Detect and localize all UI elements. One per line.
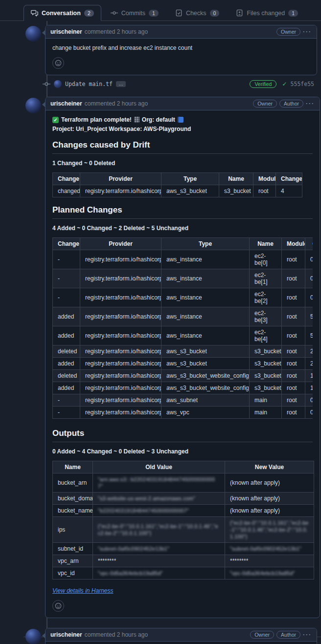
redacted-value: "s3-website-us-west-2.amazonaws.com"	[98, 495, 195, 501]
comment-author[interactable]: urischeiner	[50, 631, 82, 638]
comment-1: urischeiner commented 2 hours ago Owner …	[25, 25, 317, 75]
pr-conversation-page: Conversation 2 Commits 1 Checks 0	[0, 0, 321, 644]
outputs-title: Outputs	[52, 429, 313, 442]
comment-body-text: change bucket prefix and increase ec2 in…	[52, 44, 310, 51]
redacted-value: "vpc-0d5a364ebcb19a85d"	[230, 570, 295, 576]
tab-conversation[interactable]: Conversation 2	[23, 5, 101, 21]
verified-badge[interactable]: Verified	[250, 80, 276, 88]
table-row: -registry.terraform.io/hashicorp/awsaws_…	[53, 269, 313, 288]
owner-badge: Owner	[276, 28, 300, 36]
kebab-menu-icon[interactable]: ···	[303, 28, 312, 35]
smiley-icon	[55, 602, 62, 609]
redacted-value: "arn:aws:s3:::b2202403191848447450000000…	[98, 476, 215, 489]
comment-author[interactable]: urischeiner	[50, 28, 82, 35]
table-row: -registry.terraform.io/hashicorp/awsaws_…	[53, 407, 313, 419]
tab-commits-label: Commits	[121, 10, 145, 17]
table-header-row: Name Old Value New Value	[53, 461, 314, 473]
owner-badge: Owner	[253, 100, 277, 107]
table-row: ips{"ec2-be-0":"10.0.1.161","ec2-be-1":"…	[53, 517, 314, 543]
redacted-value: "vpc-0d5a364ebcb19a85d"	[98, 570, 163, 576]
planned-changes-table: ChangeProvider TypeName ModuleChanges -r…	[52, 237, 313, 419]
redacted-value: {"ec2-be-0":"10.0.1.161","ec2-be-1":"10.…	[98, 523, 218, 536]
planned-changes-table-clip: ChangeProvider TypeName ModuleChanges -r…	[52, 237, 313, 421]
table-row: deletedregistry.terraform.io/hashicorp/a…	[53, 370, 313, 382]
commits-icon	[111, 9, 118, 17]
commit-row: Update main.tf … Verified ✓ 555fe55	[46, 80, 317, 88]
pr-tab-bar: Conversation 2 Commits 1 Checks 0	[0, 5, 321, 21]
avatar[interactable]	[25, 98, 41, 113]
planned-changes-counts: 4 Added ~ 0 Changed ~ 2 Deleted ~ 5 Unch…	[52, 225, 313, 232]
add-reaction-button[interactable]	[52, 600, 64, 612]
comment-timestamp: commented 2 hours ago	[85, 100, 148, 107]
avatar[interactable]	[25, 26, 41, 42]
tab-commits[interactable]: Commits 1	[103, 5, 166, 21]
tab-checks[interactable]: Checks 0	[168, 5, 227, 21]
tab-conversation-count: 2	[84, 10, 94, 17]
table-header-row: ChangeProvider TypeName ModuleChanges	[53, 238, 313, 250]
check-icon: ✓	[282, 81, 287, 87]
comment-2-header: urischeiner commented 2 hours ago Owner …	[46, 97, 320, 110]
drift-section-title: Changes caused by Drift	[52, 140, 313, 154]
commit-sha[interactable]: 555fe55	[291, 81, 314, 87]
comment-author[interactable]: urischeiner	[50, 100, 82, 107]
drift-table: ChangeProvider TypeName ModuleChanges ch…	[52, 172, 302, 197]
check-mark-emoji-icon: ✓	[52, 117, 59, 123]
tab-files-changed[interactable]: Files changed 1	[229, 5, 305, 21]
comment-timestamp: commented 2 hours ago	[85, 28, 148, 35]
table-row: subnet_id"subnet-0af0c0902452e13b1""subn…	[53, 543, 314, 555]
plan-summary-line: ✓ Terraform plan complete! Org: default …	[52, 116, 313, 132]
pr-timeline: urischeiner commented 2 hours ago Owner …	[0, 21, 321, 644]
checks-icon	[175, 9, 183, 17]
conversation-icon	[31, 9, 38, 17]
org-text: Org: default	[142, 116, 175, 123]
table-row: -registry.terraform.io/hashicorp/awsaws_…	[53, 288, 313, 307]
kebab-menu-icon[interactable]: ···	[303, 631, 312, 638]
tab-conversation-label: Conversation	[42, 10, 81, 17]
table-row: -registry.terraform.io/hashicorp/awsaws_…	[53, 250, 313, 269]
avatar[interactable]	[54, 80, 62, 88]
tab-files-changed-count: 1	[288, 10, 298, 17]
kebab-menu-icon[interactable]: ···	[306, 100, 315, 107]
view-details-link[interactable]: View details in Harness	[52, 587, 114, 594]
office-building-emoji-icon	[134, 117, 139, 123]
author-badge: Author	[276, 631, 300, 639]
drift-counts: 1 Changed ~ 0 Deleted	[52, 160, 313, 167]
comment-timestamp: commented 2 hours ago	[85, 631, 148, 638]
book-emoji-icon	[178, 117, 183, 123]
smiley-icon	[55, 60, 62, 66]
table-row: vpc_arn****************	[53, 555, 314, 567]
table-row: vpc_id"vpc-0d5a364ebcb19a85d""vpc-0d5a36…	[53, 567, 314, 580]
table-row: addedregistry.terraform.io/hashicorp/aws…	[53, 326, 313, 345]
plan-complete-text: Terraform plan complete!	[61, 116, 132, 123]
table-row: -registry.terraform.io/hashicorp/awsaws_…	[53, 394, 313, 407]
comment-2: urischeiner commented 2 hours ago Owner …	[25, 97, 317, 618]
table-row: bucket_domain"s3-website-us-west-2.amazo…	[53, 493, 314, 505]
tab-files-changed-label: Files changed	[247, 10, 285, 17]
outputs-counts: 0 Added ~ 4 Changed ~ 0 Deleted ~ 3 Unch…	[52, 448, 313, 455]
git-commit-icon	[43, 80, 50, 88]
comment-3-header: urischeiner commented 2 hours ago Owner …	[46, 628, 317, 642]
tab-commits-count: 1	[149, 10, 159, 17]
redacted-value: "b2202403191848447450000000007"	[98, 508, 189, 514]
commit-message[interactable]: Update main.tf	[65, 81, 113, 87]
tab-checks-label: Checks	[186, 10, 206, 17]
table-row: deletedregistry.terraform.io/hashicorp/a…	[53, 345, 313, 358]
add-reaction-button[interactable]	[52, 57, 64, 69]
comment-3: urischeiner commented 2 hours ago Owner …	[25, 628, 317, 644]
table-row: addedregistry.terraform.io/hashicorp/aws…	[53, 358, 313, 370]
avatar[interactable]	[25, 629, 41, 644]
table-row: bucket_name"b220240319184844745000000000…	[53, 505, 314, 517]
planned-changes-title: Planned Changes	[52, 205, 313, 219]
table-row: addedregistry.terraform.io/hashicorp/aws…	[53, 307, 313, 326]
table-row: changedregistry.terraform.io/hashicorp/a…	[53, 185, 302, 197]
owner-badge: Owner	[250, 631, 274, 639]
commit-expand-icon[interactable]: …	[116, 81, 126, 87]
redacted-value: {"ec2-be-0":"10.0.1.161","ec2-be-1":"10.…	[230, 520, 309, 539]
project-text: Project: Uri_Project Workspace: AWS-Play…	[52, 126, 191, 132]
file-diff-icon	[236, 9, 243, 17]
table-header-row: ChangeProvider TypeName ModuleChanges	[53, 173, 302, 185]
table-row: addedregistry.terraform.io/hashicorp/aws…	[53, 382, 313, 394]
redacted-value: "subnet-0af0c0902452e13b1"	[230, 546, 301, 552]
comment-1-header: urischeiner commented 2 hours ago Owner …	[46, 25, 317, 39]
outputs-table: Name Old Value New Value bucket_arn"arn:…	[52, 461, 314, 580]
